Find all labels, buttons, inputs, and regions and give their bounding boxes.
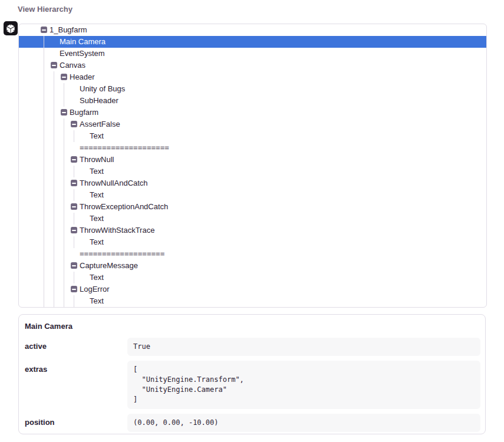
collapse-minus-icon[interactable]: [61, 109, 67, 116]
tree-node[interactable]: ThrowExceptionAndCatch: [19, 201, 486, 213]
collapse-minus-icon[interactable]: [71, 262, 77, 269]
node-details-rows: activeTrueextras[ "UnityEngine.Transform…: [19, 338, 485, 432]
tree-node-label: Header: [70, 72, 95, 81]
node-details-panel: Main Camera activeTrueextras[ "UnityEngi…: [18, 314, 486, 434]
tree-node[interactable]: Text: [19, 166, 486, 177]
tree-node[interactable]: Header: [19, 71, 486, 83]
tree-node-label: ThrowNullAndCatch: [80, 179, 148, 187]
tree-node-label: LogError: [80, 285, 110, 293]
tree-node-label: CaptureMessage: [80, 261, 138, 270]
collapse-minus-icon[interactable]: [71, 180, 77, 186]
tree-node-label: Text: [90, 296, 104, 305]
collapse-minus-icon[interactable]: [61, 74, 67, 80]
tree-node[interactable]: ThrowNull: [19, 154, 486, 166]
tree-node-label: Text: [90, 190, 104, 199]
tree-node[interactable]: Bugfarm: [19, 107, 486, 118]
collapse-minus-icon[interactable]: [71, 156, 77, 163]
collapse-minus-icon[interactable]: [71, 286, 77, 292]
detail-row: position(0.00, 0.00, -10.00): [25, 414, 480, 432]
tree-node[interactable]: AssertFalse: [19, 118, 486, 130]
detail-row: extras[ "UnityEngine.Transform", "UnityE…: [25, 361, 480, 409]
detail-row: activeTrue: [25, 338, 480, 356]
tree-node-label: ThrowExceptionAndCatch: [80, 202, 168, 211]
tree-node[interactable]: Text: [19, 272, 486, 283]
tree-node-label: ThrowNull: [80, 155, 114, 164]
detail-label: active: [25, 338, 127, 356]
tree-node-label: EventSystem: [60, 49, 105, 58]
tree-node-label: Text: [90, 167, 104, 176]
tree-node[interactable]: Text: [19, 130, 486, 142]
tree-node[interactable]: Main Camera: [19, 36, 486, 48]
tree-node[interactable]: Text: [19, 236, 486, 248]
tree-node[interactable]: Unity of Bugs: [19, 83, 486, 95]
tree-node-label: 1_Bugfarm: [50, 25, 87, 34]
tree-node-label: ===================: [80, 249, 164, 258]
collapse-minus-icon[interactable]: [41, 27, 47, 33]
view-hierarchy-tree: 1_BugfarmMain CameraEventSystemCanvasHea…: [18, 24, 487, 308]
collapse-minus-icon[interactable]: [51, 62, 57, 68]
tree-node-label: SubHeader: [80, 96, 118, 105]
tree-node[interactable]: SubHeader: [19, 95, 486, 107]
view-hierarchy-title: View Hierarchy: [18, 5, 73, 14]
tree-node[interactable]: Text: [19, 189, 486, 201]
detail-label: position: [25, 414, 127, 432]
tree-node-label: Canvas: [60, 61, 85, 70]
tree-node[interactable]: ThrowWithStackTrace: [19, 225, 486, 236]
detail-value: [ "UnityEngine.Transform", "UnityEngine.…: [127, 361, 480, 409]
collapse-minus-icon[interactable]: [71, 203, 77, 210]
tree-node-label: Unity of Bugs: [80, 84, 125, 93]
detail-value: (0.00, 0.00, -10.00): [127, 414, 480, 432]
tree-node-label: Bugfarm: [70, 108, 98, 117]
tree-node[interactable]: Canvas: [19, 60, 486, 71]
tree-node[interactable]: EventSystem: [19, 48, 486, 60]
tree-node[interactable]: ThrowNullAndCatch: [19, 177, 486, 189]
tree-node-label: Text: [90, 131, 104, 140]
tree-node-label: Text: [90, 273, 104, 282]
tree-node[interactable]: Text: [19, 295, 486, 307]
detail-value: True: [127, 338, 480, 356]
tree-node[interactable]: ====================: [19, 142, 486, 154]
tree-node[interactable]: CaptureMessage: [19, 260, 486, 272]
tree-node[interactable]: Text: [19, 213, 486, 225]
node-details-title: Main Camera: [19, 315, 485, 338]
detail-label: extras: [25, 361, 127, 409]
tree-node-label: Text: [90, 214, 104, 223]
tree-node-label: Main Camera: [60, 37, 106, 46]
tree-node[interactable]: ===================: [19, 248, 486, 260]
tree-node-label: ====================: [80, 143, 169, 152]
tree-node[interactable]: 1_Bugfarm: [19, 24, 486, 36]
collapse-minus-icon[interactable]: [71, 121, 77, 127]
collapse-minus-icon[interactable]: [71, 227, 77, 233]
tree-node-label: ThrowWithStackTrace: [80, 226, 154, 235]
tree-node-label: AssertFalse: [80, 120, 120, 128]
unity-logo-icon: [4, 21, 18, 35]
tree-node[interactable]: LogError: [19, 283, 486, 295]
tree-node-label: Text: [90, 238, 104, 246]
